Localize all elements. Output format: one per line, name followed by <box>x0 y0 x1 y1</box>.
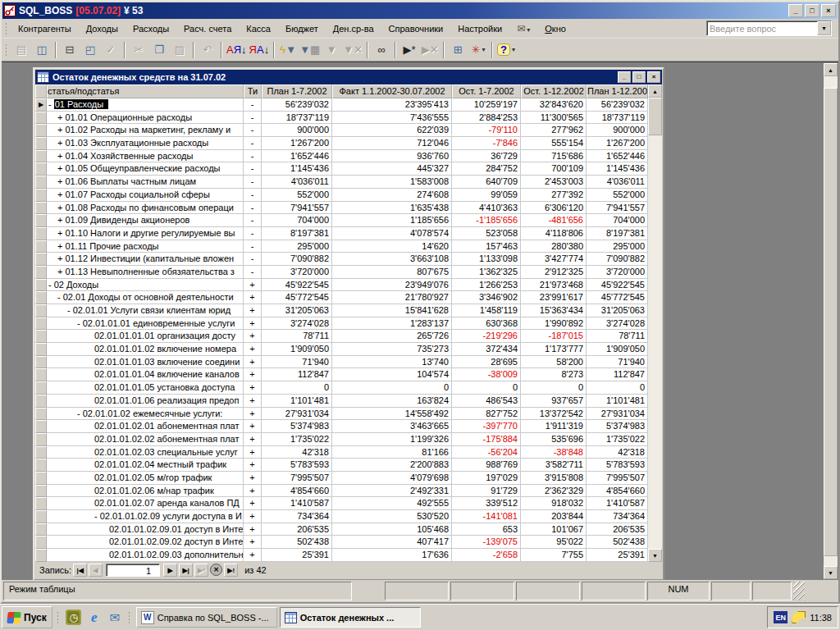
table-row[interactable]: + 01.12 Инвестиции (капитальные вложен-7… <box>35 253 648 266</box>
cell-value[interactable]: 4'036'011 <box>587 176 648 189</box>
cell-value[interactable]: 4'036'011 <box>262 176 332 189</box>
cell-type[interactable]: - <box>244 227 262 240</box>
cell-type[interactable]: + <box>244 356 262 369</box>
header-ost-1-12[interactable]: Ост. 1-12.2002 <box>521 84 587 98</box>
cell-value[interactable]: 7'995'507 <box>587 472 648 485</box>
row-selector[interactable] <box>35 536 47 549</box>
minimize-button[interactable]: _ <box>788 4 803 17</box>
cell-value[interactable]: 13'372'542 <box>521 408 587 421</box>
cell-type[interactable]: + <box>244 343 262 356</box>
cell-value[interactable]: 1'267'200 <box>262 137 332 150</box>
cell-value[interactable]: 1'735'022 <box>262 433 332 446</box>
cell-type[interactable]: + <box>244 304 262 317</box>
help-button[interactable]: ?▾ <box>496 41 516 59</box>
start-button[interactable]: Пуск <box>2 606 52 628</box>
row-selector[interactable] <box>35 368 47 381</box>
cell-type[interactable]: - <box>244 240 262 253</box>
cell-type[interactable]: + <box>244 408 262 421</box>
app-titlebar[interactable]: SQL_BOSS [05.07.02] ¥ 53 _ □ × <box>2 2 838 19</box>
cell-value[interactable]: 4'854'660 <box>587 485 648 498</box>
cell-value[interactable]: 8'273 <box>521 368 587 381</box>
row-selector[interactable]: ▶ <box>35 98 47 112</box>
cell-value[interactable]: 1'652'446 <box>262 150 332 163</box>
row-selector[interactable] <box>35 202 47 215</box>
cell-value[interactable]: 1'101'481 <box>262 395 332 408</box>
cell-value[interactable]: 42'318 <box>587 446 648 459</box>
table-row[interactable]: 02.01.01.02.09.03 дополнительн+25'39117'… <box>35 549 648 562</box>
goto-record-button[interactable]: ▶! <box>224 564 238 577</box>
cell-type[interactable]: + <box>244 510 262 523</box>
menu-item-byudzhet[interactable]: Бюджет <box>278 21 326 36</box>
cell-value[interactable]: -38'848 <box>521 446 587 459</box>
cell-value[interactable]: 4'410'363 <box>452 202 521 215</box>
cell-value[interactable]: 18'737'119 <box>587 112 648 125</box>
cell-value[interactable]: 339'512 <box>452 497 521 510</box>
table-row[interactable]: + 01.09 Дивиденды акционеров-704'0001'18… <box>35 214 648 227</box>
cell-value[interactable]: 21'973'468 <box>521 279 587 292</box>
cell-value[interactable]: 535'696 <box>521 433 587 446</box>
file-search-button[interactable]: ◫ <box>32 41 52 59</box>
cell-value[interactable]: 0 <box>332 381 452 395</box>
cell-value[interactable]: 1'133'098 <box>452 253 521 266</box>
cell-value[interactable]: 0 <box>521 381 587 395</box>
table-row[interactable]: ▶- 01 Расходы-56'239'03223'395'41310'259… <box>35 98 648 112</box>
cell-value[interactable]: 13'740 <box>332 356 452 369</box>
cell-value[interactable]: 295'000 <box>262 240 332 253</box>
cell-value[interactable]: 827'752 <box>452 408 521 421</box>
cell-type[interactable]: - <box>244 124 262 137</box>
new-object-button[interactable]: ✳▾ <box>468 41 488 59</box>
cell-value[interactable]: 1'583'008 <box>332 176 452 189</box>
cell-type[interactable]: - <box>244 189 262 202</box>
cell-value[interactable]: 265'726 <box>332 330 452 343</box>
cell-value[interactable]: 1'909'050 <box>587 343 648 356</box>
cell-value[interactable]: 530'520 <box>332 510 452 523</box>
cell-value[interactable]: 4'079'698 <box>332 472 452 485</box>
cell-value[interactable]: 1'990'892 <box>521 317 587 331</box>
cell-article[interactable]: - 02.01.01 Услуги связи клиентам юрид <box>47 304 244 317</box>
cell-value[interactable]: 4'118'806 <box>521 227 587 240</box>
cell-type[interactable]: - <box>244 150 262 163</box>
scrollbar-track[interactable] <box>648 135 662 549</box>
scroll-up-icon[interactable]: ▲ <box>648 84 662 98</box>
cell-value[interactable]: 3'663'108 <box>332 253 452 266</box>
cell-value[interactable]: 552'000 <box>262 189 332 202</box>
cell-value[interactable]: 7'090'882 <box>262 253 332 266</box>
table-row[interactable]: + 01.08 Расходы по финансовым операци-7'… <box>35 202 648 215</box>
cell-value[interactable]: 630'368 <box>452 317 521 331</box>
row-selector[interactable] <box>35 240 47 253</box>
cell-article[interactable]: 02.01.01.02.06 м/нар трафик <box>47 485 244 498</box>
clock[interactable]: 11:38 <box>810 613 832 623</box>
cell-value[interactable]: 1'410'587 <box>587 497 648 510</box>
cell-value[interactable]: 25'391 <box>262 549 332 562</box>
header-type[interactable]: Ти <box>244 84 262 98</box>
header-plan-1-7[interactable]: План 1-7.2002 <box>262 84 332 98</box>
cell-value[interactable]: 45'772'545 <box>262 291 332 304</box>
cell-value[interactable]: 7'941'557 <box>587 202 648 215</box>
tray-fan-icon[interactable] <box>792 611 806 623</box>
cell-type[interactable]: - <box>244 266 262 279</box>
new-record-button[interactable]: ▶* <box>399 41 419 59</box>
cell-value[interactable]: -141'081 <box>452 510 521 523</box>
mdi-scrollbar-thumb[interactable] <box>824 88 838 556</box>
cell-value[interactable]: 32'843'620 <box>521 98 587 112</box>
cell-value[interactable]: 7'755 <box>521 549 587 562</box>
scrollbar-thumb[interactable] <box>648 98 662 135</box>
cell-article[interactable]: - 02 Доходы <box>47 279 244 292</box>
cell-value[interactable]: 6'306'120 <box>521 202 587 215</box>
cell-value[interactable]: 71'940 <box>262 356 332 369</box>
header-fact[interactable]: Факт 1.1.2002-30.07.2002 <box>332 84 452 98</box>
row-selector[interactable] <box>35 124 47 137</box>
child-titlebar[interactable]: Остаток денежных средств на 31.07.02 _ □… <box>35 70 662 84</box>
cell-article[interactable]: + 01.07 Расходы социальной сферы <box>47 189 244 202</box>
cell-value[interactable]: -219'296 <box>452 330 521 343</box>
cell-value[interactable]: 445'327 <box>332 162 452 176</box>
cell-value[interactable]: 4'078'574 <box>332 227 452 240</box>
cell-value[interactable]: 0 <box>587 381 648 395</box>
table-row[interactable]: - 02 Доходы+45'922'54523'949'0761'266'25… <box>35 279 648 292</box>
cell-value[interactable]: 3'427'774 <box>521 253 587 266</box>
table-row[interactable]: + 01.04 Хозяйственные расходы-1'652'4469… <box>35 150 648 163</box>
cell-type[interactable]: + <box>244 368 262 381</box>
cell-value[interactable]: 197'029 <box>452 472 521 485</box>
cell-value[interactable]: 523'058 <box>452 227 521 240</box>
cell-type[interactable]: + <box>244 523 262 536</box>
